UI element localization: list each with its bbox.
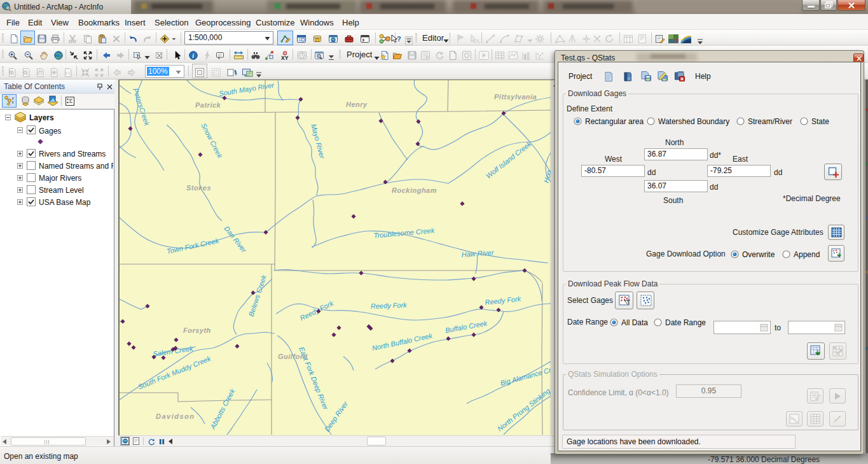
svg-text:XY: XY: [281, 54, 289, 60]
svg-text:Davidson: Davidson: [156, 412, 195, 420]
svg-text:A: A: [476, 38, 479, 44]
svg-text:Stokes: Stokes: [186, 184, 211, 192]
svg-text:i: i: [192, 52, 194, 59]
svg-text:Henry: Henry: [346, 101, 368, 108]
svg-text:Pittsylvania: Pittsylvania: [494, 93, 537, 101]
svg-text:Forsyth: Forsyth: [183, 327, 211, 334]
svg-text:Reedy Fork: Reedy Fork: [371, 301, 408, 310]
svg-text:Guilford: Guilford: [278, 353, 308, 360]
svg-text:Patrick: Patrick: [195, 101, 221, 109]
svg-text:?: ?: [397, 35, 401, 43]
svg-text:Rockingham: Rockingham: [392, 186, 437, 194]
svg-text:1:1: 1:1: [65, 71, 71, 75]
